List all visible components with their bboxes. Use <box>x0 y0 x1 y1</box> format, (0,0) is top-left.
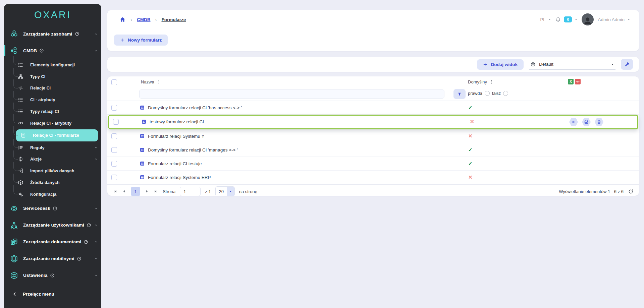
wrench-icon <box>624 62 630 67</box>
view-button[interactable] <box>569 118 578 126</box>
breadcrumb-cmdb[interactable]: CMDB <box>137 17 151 22</box>
user-menu[interactable]: Admin Admin <box>598 17 630 22</box>
list-icon <box>18 62 23 68</box>
row-checkbox[interactable] <box>111 175 117 180</box>
table-row[interactable]: Domyślny formularz relacji CI 'manages <… <box>107 143 639 157</box>
sidebar-item-zarzadzanie-uzytkownikami[interactable]: Zarządzanie użytkownikami <box>4 217 101 234</box>
select-all-checkbox[interactable] <box>111 79 117 85</box>
sidebar-item-zarzadzanie-mobilnymi[interactable]: Zarządzanie mobilnymi <box>4 250 101 267</box>
sidebar-item-zarzadzanie-dokumentami[interactable]: Zarządzanie dokumentami <box>4 234 101 250</box>
row-checkbox[interactable] <box>111 147 117 153</box>
export-excel-icon[interactable]: X <box>568 79 574 84</box>
prev-page-button[interactable] <box>122 189 126 194</box>
table-row[interactable]: Formularz relacji Systemu ERP✕ <box>107 171 639 184</box>
sidebar-item-ustawienia[interactable]: Ustawienia <box>4 267 101 284</box>
new-form-button[interactable]: Nowy formularz <box>114 35 168 46</box>
row-checkbox[interactable] <box>111 161 117 167</box>
default-true-check-icon: ✓ <box>468 161 473 167</box>
table-row[interactable]: Domyślny formularz relacji CI 'has acces… <box>107 101 639 115</box>
name-filter-input[interactable] <box>139 89 444 99</box>
sidebar-item-ci-atrybuty[interactable]: CI - atrybuty <box>4 94 101 106</box>
sidebar-item-relacje-ci[interactable]: Relacje CI <box>4 82 101 94</box>
page-size-select[interactable]: 20 <box>215 186 235 196</box>
user-name: Admin Admin <box>598 17 625 22</box>
row-checkbox[interactable] <box>111 133 117 139</box>
delete-button[interactable] <box>594 118 604 126</box>
view-selector[interactable]: Default <box>529 59 615 70</box>
table-row[interactable]: testowy formularz relacji CI✕ <box>108 115 638 129</box>
sidebar-item-label: Elementy konfiguracji <box>30 62 75 67</box>
default-false-cross-icon: ✕ <box>468 174 473 180</box>
radio-false[interactable] <box>503 91 508 96</box>
gauge-icon <box>77 256 82 261</box>
export-pdf-icon[interactable]: PDF <box>575 79 581 84</box>
column-menu-icon[interactable] <box>489 80 494 84</box>
sidebar-item-relacje-ci-formularze[interactable]: Relacje CI - formularze <box>16 129 98 141</box>
chevron-down-icon <box>611 63 614 66</box>
row-name[interactable]: testowy formularz relacji CI <box>150 119 204 124</box>
view-icon <box>530 62 536 67</box>
breadcrumb: › CMDB › Formularze <box>119 16 186 23</box>
refresh-icon[interactable] <box>628 189 634 194</box>
sidebar-item-akcje[interactable]: Akcje <box>4 153 101 165</box>
form-icon <box>140 175 145 180</box>
sidebar-item-elementy-konfiguracji[interactable]: Elementy konfiguracji <box>4 59 101 71</box>
filter-row: prawda fałsz <box>107 88 639 101</box>
notifications-menu[interactable]: 0 <box>555 16 578 22</box>
sidebar-item-typy-relacji-ci[interactable]: Typy relacji CI <box>4 106 101 117</box>
row-name[interactable]: Domyślny formularz relacji CI 'has acces… <box>148 105 242 110</box>
row-checkbox[interactable] <box>111 105 117 111</box>
page-size-value: 20 <box>216 187 227 196</box>
actions-row: Nowy formularz <box>107 29 639 51</box>
plus-icon <box>120 38 124 42</box>
avatar[interactable] <box>582 13 594 25</box>
last-page-button[interactable] <box>154 189 158 194</box>
column-menu-icon[interactable] <box>157 80 161 84</box>
view-settings-button[interactable] <box>621 59 633 70</box>
gauge-icon <box>39 48 44 53</box>
sidebar-item-relacje-ci-atrybuty[interactable]: Relacje CI - atrybuty <box>4 117 101 129</box>
edit-button[interactable] <box>582 118 591 126</box>
table-row[interactable]: Formularz relacji CI testuje✓ <box>107 157 639 171</box>
sidebar-item-konfiguracja[interactable]: Konfiguracja <box>4 188 101 200</box>
language-selector[interactable]: PL <box>540 17 551 22</box>
default-true-check-icon: ✓ <box>468 147 473 153</box>
first-page-button[interactable] <box>113 189 117 194</box>
person-icon <box>583 15 593 25</box>
sidebar-item-import-plikow-danych[interactable]: Import plików danych <box>4 165 101 177</box>
chevron-left-icon <box>12 292 17 297</box>
sidebar-item-servicedesk[interactable]: Servicedesk <box>4 200 101 217</box>
mobile-icon <box>10 255 18 263</box>
sidebar-item-typy-ci[interactable]: Typy CI <box>4 71 101 82</box>
row-name[interactable]: Domyślny formularz relacji CI 'manages <… <box>148 147 238 152</box>
filter-button[interactable] <box>453 89 466 99</box>
hexagons-filled-icon <box>10 47 18 55</box>
sidebar-item-zarzadzanie-zasobami[interactable]: Zarządzanie zasobami <box>4 25 101 42</box>
view-selector-value: Default <box>539 62 607 67</box>
header-card: › CMDB › Formularze PL 0 <box>107 10 639 51</box>
rules-icon <box>18 145 23 150</box>
headset-icon <box>10 204 18 212</box>
chevron-down-icon <box>94 157 98 161</box>
row-name[interactable]: Formularz relacji Systemu Y <box>148 134 205 139</box>
sidebar-item-label: Źródła danych <box>30 180 59 185</box>
page-1-button[interactable]: 1 <box>131 187 140 196</box>
radio-true[interactable] <box>485 91 490 96</box>
add-view-button[interactable]: Dodaj widok <box>477 59 524 70</box>
active-section-bar <box>4 45 5 56</box>
row-name[interactable]: Formularz relacji CI testuje <box>148 161 202 166</box>
home-icon[interactable] <box>119 16 126 23</box>
breadcrumb-formularze[interactable]: Formularze <box>162 17 186 22</box>
chevron-down-icon <box>94 32 98 36</box>
sidebar-item-zrod-a-danych[interactable]: Źródła danych <box>4 177 101 188</box>
sidebar-item-label: Typy relacji CI <box>30 109 59 114</box>
sidebar-item-cmdb[interactable]: CMDB <box>4 42 101 59</box>
toggle-menu-button[interactable]: Przełącz menu <box>4 286 101 303</box>
next-page-button[interactable] <box>145 189 149 194</box>
page-input[interactable] <box>180 187 201 196</box>
chevron-down-icon <box>94 206 98 210</box>
table-row[interactable]: Formularz relacji Systemu Y✕ <box>107 129 639 143</box>
row-checkbox[interactable] <box>113 119 119 125</box>
sidebar-item-regu-y[interactable]: Reguły <box>4 142 101 153</box>
row-name[interactable]: Formularz relacji Systemu ERP <box>148 175 211 180</box>
